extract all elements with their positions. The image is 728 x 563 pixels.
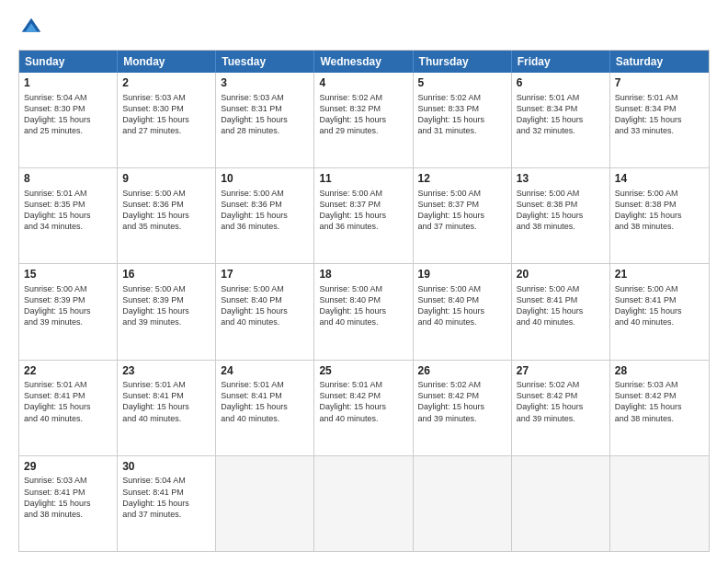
calendar-cell: 12Sunrise: 5:00 AM Sunset: 8:37 PM Dayli… bbox=[414, 168, 512, 263]
day-number: 21 bbox=[615, 268, 704, 282]
calendar-cell: 14Sunrise: 5:00 AM Sunset: 8:38 PM Dayli… bbox=[610, 168, 709, 263]
day-number: 17 bbox=[221, 268, 309, 282]
day-number: 24 bbox=[221, 364, 309, 379]
header-day-thursday: Thursday bbox=[414, 51, 512, 73]
day-info: Sunrise: 5:00 AM Sunset: 8:38 PM Dayligh… bbox=[517, 188, 605, 233]
day-info: Sunrise: 5:00 AM Sunset: 8:36 PM Dayligh… bbox=[122, 188, 210, 233]
day-info: Sunrise: 5:01 AM Sunset: 8:41 PM Dayligh… bbox=[122, 379, 210, 424]
calendar-cell: 17Sunrise: 5:00 AM Sunset: 8:40 PM Dayli… bbox=[216, 264, 314, 359]
day-info: Sunrise: 5:03 AM Sunset: 8:31 PM Dayligh… bbox=[221, 92, 309, 137]
calendar-cell: 5Sunrise: 5:02 AM Sunset: 8:33 PM Daylig… bbox=[414, 73, 512, 167]
day-info: Sunrise: 5:03 AM Sunset: 8:30 PM Dayligh… bbox=[122, 92, 210, 137]
calendar-row-3: 15Sunrise: 5:00 AM Sunset: 8:39 PM Dayli… bbox=[19, 263, 709, 359]
calendar-cell bbox=[512, 456, 610, 551]
day-info: Sunrise: 5:03 AM Sunset: 8:41 PM Dayligh… bbox=[24, 475, 112, 520]
day-info: Sunrise: 5:01 AM Sunset: 8:34 PM Dayligh… bbox=[615, 92, 704, 137]
day-number: 3 bbox=[221, 76, 309, 91]
day-info: Sunrise: 5:02 AM Sunset: 8:42 PM Dayligh… bbox=[418, 379, 506, 424]
calendar-cell: 27Sunrise: 5:02 AM Sunset: 8:42 PM Dayli… bbox=[512, 361, 610, 455]
day-number: 7 bbox=[615, 76, 704, 91]
calendar: SundayMondayTuesdayWednesdayThursdayFrid… bbox=[18, 50, 710, 552]
day-info: Sunrise: 5:02 AM Sunset: 8:33 PM Dayligh… bbox=[418, 92, 506, 137]
calendar-cell: 21Sunrise: 5:00 AM Sunset: 8:41 PM Dayli… bbox=[610, 264, 709, 359]
calendar-row-1: 1Sunrise: 5:04 AM Sunset: 8:30 PM Daylig… bbox=[19, 73, 709, 167]
logo-icon bbox=[18, 15, 44, 40]
day-number: 14 bbox=[615, 172, 704, 187]
day-info: Sunrise: 5:01 AM Sunset: 8:41 PM Dayligh… bbox=[221, 379, 309, 424]
day-number: 2 bbox=[122, 76, 210, 91]
day-info: Sunrise: 5:03 AM Sunset: 8:42 PM Dayligh… bbox=[615, 379, 704, 424]
day-info: Sunrise: 5:00 AM Sunset: 8:40 PM Dayligh… bbox=[418, 283, 506, 328]
day-info: Sunrise: 5:01 AM Sunset: 8:35 PM Dayligh… bbox=[24, 188, 112, 233]
day-info: Sunrise: 5:00 AM Sunset: 8:36 PM Dayligh… bbox=[221, 188, 309, 233]
day-number: 1 bbox=[24, 76, 112, 91]
day-number: 15 bbox=[24, 268, 112, 282]
day-info: Sunrise: 5:00 AM Sunset: 8:40 PM Dayligh… bbox=[319, 283, 407, 328]
calendar-row-2: 8Sunrise: 5:01 AM Sunset: 8:35 PM Daylig… bbox=[19, 167, 709, 263]
header-day-wednesday: Wednesday bbox=[314, 51, 413, 73]
day-number: 25 bbox=[319, 364, 407, 379]
calendar-cell: 25Sunrise: 5:01 AM Sunset: 8:42 PM Dayli… bbox=[314, 361, 413, 455]
day-info: Sunrise: 5:01 AM Sunset: 8:34 PM Dayligh… bbox=[517, 92, 605, 137]
calendar-cell: 1Sunrise: 5:04 AM Sunset: 8:30 PM Daylig… bbox=[19, 73, 118, 167]
header bbox=[18, 15, 710, 40]
calendar-cell: 7Sunrise: 5:01 AM Sunset: 8:34 PM Daylig… bbox=[610, 73, 709, 167]
day-number: 6 bbox=[517, 76, 605, 91]
calendar-cell: 6Sunrise: 5:01 AM Sunset: 8:34 PM Daylig… bbox=[512, 73, 610, 167]
calendar-cell: 26Sunrise: 5:02 AM Sunset: 8:42 PM Dayli… bbox=[414, 361, 512, 455]
day-number: 19 bbox=[418, 268, 506, 282]
day-info: Sunrise: 5:02 AM Sunset: 8:42 PM Dayligh… bbox=[517, 379, 605, 424]
day-number: 4 bbox=[319, 76, 407, 91]
day-number: 16 bbox=[122, 268, 210, 282]
day-info: Sunrise: 5:01 AM Sunset: 8:42 PM Dayligh… bbox=[319, 379, 407, 424]
day-number: 12 bbox=[418, 172, 506, 187]
calendar-cell: 29Sunrise: 5:03 AM Sunset: 8:41 PM Dayli… bbox=[19, 456, 118, 551]
day-number: 20 bbox=[517, 268, 605, 282]
calendar-cell: 10Sunrise: 5:00 AM Sunset: 8:36 PM Dayli… bbox=[216, 168, 314, 263]
day-number: 27 bbox=[517, 364, 605, 379]
calendar-cell: 11Sunrise: 5:00 AM Sunset: 8:37 PM Dayli… bbox=[314, 168, 413, 263]
calendar-cell: 18Sunrise: 5:00 AM Sunset: 8:40 PM Dayli… bbox=[314, 264, 413, 359]
day-info: Sunrise: 5:00 AM Sunset: 8:41 PM Dayligh… bbox=[615, 283, 704, 328]
calendar-cell: 9Sunrise: 5:00 AM Sunset: 8:36 PM Daylig… bbox=[118, 168, 216, 263]
calendar-cell: 28Sunrise: 5:03 AM Sunset: 8:42 PM Dayli… bbox=[610, 361, 709, 455]
header-day-sunday: Sunday bbox=[19, 51, 118, 73]
header-day-tuesday: Tuesday bbox=[216, 51, 314, 73]
calendar-cell bbox=[216, 456, 314, 551]
day-number: 10 bbox=[221, 172, 309, 187]
logo bbox=[18, 15, 48, 40]
calendar-cell: 16Sunrise: 5:00 AM Sunset: 8:39 PM Dayli… bbox=[118, 264, 216, 359]
calendar-cell bbox=[610, 456, 709, 551]
day-number: 23 bbox=[122, 364, 210, 379]
day-info: Sunrise: 5:00 AM Sunset: 8:37 PM Dayligh… bbox=[418, 188, 506, 233]
calendar-cell: 2Sunrise: 5:03 AM Sunset: 8:30 PM Daylig… bbox=[118, 73, 216, 167]
day-number: 22 bbox=[24, 364, 112, 379]
day-number: 18 bbox=[319, 268, 407, 282]
calendar-cell: 15Sunrise: 5:00 AM Sunset: 8:39 PM Dayli… bbox=[19, 264, 118, 359]
calendar-cell: 4Sunrise: 5:02 AM Sunset: 8:32 PM Daylig… bbox=[314, 73, 413, 167]
day-info: Sunrise: 5:00 AM Sunset: 8:41 PM Dayligh… bbox=[517, 283, 605, 328]
day-number: 11 bbox=[319, 172, 407, 187]
day-info: Sunrise: 5:00 AM Sunset: 8:39 PM Dayligh… bbox=[122, 283, 210, 328]
calendar-cell bbox=[314, 456, 413, 551]
day-number: 8 bbox=[24, 172, 112, 187]
day-info: Sunrise: 5:00 AM Sunset: 8:39 PM Dayligh… bbox=[24, 283, 112, 328]
calendar-row-4: 22Sunrise: 5:01 AM Sunset: 8:41 PM Dayli… bbox=[19, 360, 709, 455]
calendar-body: 1Sunrise: 5:04 AM Sunset: 8:30 PM Daylig… bbox=[19, 73, 709, 551]
day-number: 28 bbox=[615, 364, 704, 379]
day-info: Sunrise: 5:00 AM Sunset: 8:38 PM Dayligh… bbox=[615, 188, 704, 233]
day-info: Sunrise: 5:01 AM Sunset: 8:41 PM Dayligh… bbox=[24, 379, 112, 424]
calendar-cell bbox=[414, 456, 512, 551]
day-info: Sunrise: 5:04 AM Sunset: 8:41 PM Dayligh… bbox=[122, 475, 210, 520]
day-info: Sunrise: 5:00 AM Sunset: 8:37 PM Dayligh… bbox=[319, 188, 407, 233]
day-info: Sunrise: 5:02 AM Sunset: 8:32 PM Dayligh… bbox=[319, 92, 407, 137]
day-number: 13 bbox=[517, 172, 605, 187]
calendar-cell: 22Sunrise: 5:01 AM Sunset: 8:41 PM Dayli… bbox=[19, 361, 118, 455]
page: SundayMondayTuesdayWednesdayThursdayFrid… bbox=[0, 0, 728, 563]
calendar-cell: 23Sunrise: 5:01 AM Sunset: 8:41 PM Dayli… bbox=[118, 361, 216, 455]
header-day-saturday: Saturday bbox=[610, 51, 709, 73]
header-day-monday: Monday bbox=[118, 51, 216, 73]
day-number: 9 bbox=[122, 172, 210, 187]
day-number: 26 bbox=[418, 364, 506, 379]
day-info: Sunrise: 5:00 AM Sunset: 8:40 PM Dayligh… bbox=[221, 283, 309, 328]
